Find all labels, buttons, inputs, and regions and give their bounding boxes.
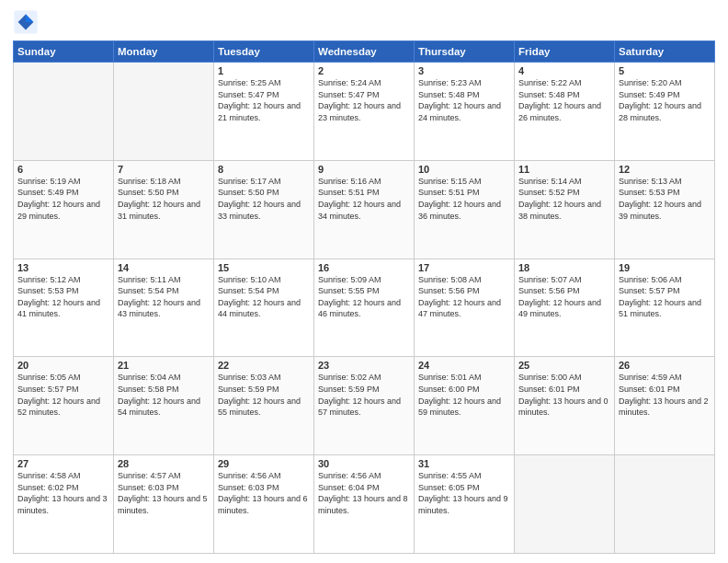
calendar-cell: 1Sunrise: 5:25 AMSunset: 5:47 PMDaylight… <box>214 63 314 161</box>
weekday-header-sunday: Sunday <box>14 41 114 63</box>
logo <box>13 9 42 35</box>
page: SundayMondayTuesdayWednesdayThursdayFrid… <box>0 0 728 563</box>
calendar-cell: 15Sunrise: 5:10 AMSunset: 5:54 PMDayligh… <box>214 259 314 357</box>
cell-info: Sunrise: 5:03 AMSunset: 5:59 PMDaylight:… <box>218 372 310 418</box>
calendar-cell: 6Sunrise: 5:19 AMSunset: 5:49 PMDaylight… <box>14 160 114 259</box>
calendar-cell: 28Sunrise: 4:57 AMSunset: 6:03 PMDayligh… <box>114 455 214 554</box>
calendar-cell: 5Sunrise: 5:20 AMSunset: 5:49 PMDaylight… <box>615 63 715 161</box>
day-number: 8 <box>218 164 310 175</box>
cell-info: Sunrise: 4:59 AMSunset: 6:01 PMDaylight:… <box>619 372 711 418</box>
cell-info: Sunrise: 5:01 AMSunset: 6:00 PMDaylight:… <box>418 372 510 418</box>
calendar-cell: 8Sunrise: 5:17 AMSunset: 5:50 PMDaylight… <box>214 160 314 259</box>
day-number: 4 <box>518 65 610 76</box>
cell-info: Sunrise: 5:16 AMSunset: 5:51 PMDaylight:… <box>318 176 410 222</box>
calendar-cell <box>615 455 715 554</box>
day-number: 7 <box>118 164 210 175</box>
cell-info: Sunrise: 5:24 AMSunset: 5:47 PMDaylight:… <box>318 77 410 123</box>
cell-info: Sunrise: 5:00 AMSunset: 6:01 PMDaylight:… <box>518 372 610 418</box>
weekday-header-thursday: Thursday <box>415 41 515 63</box>
day-number: 20 <box>17 360 109 371</box>
cell-info: Sunrise: 4:58 AMSunset: 6:02 PMDaylight:… <box>17 470 109 516</box>
calendar-cell: 2Sunrise: 5:24 AMSunset: 5:47 PMDaylight… <box>314 63 415 161</box>
calendar-cell: 29Sunrise: 4:56 AMSunset: 6:03 PMDayligh… <box>214 455 314 554</box>
cell-info: Sunrise: 5:09 AMSunset: 5:55 PMDaylight:… <box>318 274 410 320</box>
day-number: 6 <box>17 164 109 175</box>
calendar-cell <box>14 63 114 161</box>
calendar-cell: 12Sunrise: 5:13 AMSunset: 5:53 PMDayligh… <box>615 160 715 259</box>
cell-info: Sunrise: 5:18 AMSunset: 5:50 PMDaylight:… <box>118 176 210 222</box>
day-number: 31 <box>418 458 510 469</box>
cell-info: Sunrise: 5:20 AMSunset: 5:49 PMDaylight:… <box>619 77 711 123</box>
calendar-cell: 4Sunrise: 5:22 AMSunset: 5:48 PMDaylight… <box>515 63 615 161</box>
day-number: 14 <box>118 262 210 273</box>
cell-info: Sunrise: 5:14 AMSunset: 5:52 PMDaylight:… <box>518 176 610 222</box>
day-number: 10 <box>418 164 510 175</box>
day-number: 21 <box>118 360 210 371</box>
calendar-cell: 30Sunrise: 4:56 AMSunset: 6:04 PMDayligh… <box>314 455 415 554</box>
logo-icon <box>13 9 39 35</box>
calendar-cell: 10Sunrise: 5:15 AMSunset: 5:51 PMDayligh… <box>415 160 515 259</box>
cell-info: Sunrise: 5:12 AMSunset: 5:53 PMDaylight:… <box>17 274 109 320</box>
weekday-header-row: SundayMondayTuesdayWednesdayThursdayFrid… <box>14 41 715 63</box>
calendar-cell: 31Sunrise: 4:55 AMSunset: 6:05 PMDayligh… <box>415 455 515 554</box>
cell-info: Sunrise: 4:56 AMSunset: 6:03 PMDaylight:… <box>218 470 310 516</box>
cell-info: Sunrise: 5:17 AMSunset: 5:50 PMDaylight:… <box>218 176 310 222</box>
calendar-cell: 22Sunrise: 5:03 AMSunset: 5:59 PMDayligh… <box>214 357 314 455</box>
cell-info: Sunrise: 5:06 AMSunset: 5:57 PMDaylight:… <box>619 274 711 320</box>
day-number: 22 <box>218 360 310 371</box>
calendar-cell: 21Sunrise: 5:04 AMSunset: 5:58 PMDayligh… <box>114 357 214 455</box>
day-number: 18 <box>518 262 610 273</box>
calendar-cell: 18Sunrise: 5:07 AMSunset: 5:56 PMDayligh… <box>515 259 615 357</box>
day-number: 27 <box>17 458 109 469</box>
weekday-header-tuesday: Tuesday <box>214 41 314 63</box>
weekday-header-friday: Friday <box>515 41 615 63</box>
cell-info: Sunrise: 5:05 AMSunset: 5:57 PMDaylight:… <box>17 372 109 418</box>
calendar-cell: 20Sunrise: 5:05 AMSunset: 5:57 PMDayligh… <box>14 357 114 455</box>
day-number: 19 <box>619 262 711 273</box>
calendar-cell: 26Sunrise: 4:59 AMSunset: 6:01 PMDayligh… <box>615 357 715 455</box>
calendar-cell: 19Sunrise: 5:06 AMSunset: 5:57 PMDayligh… <box>615 259 715 357</box>
cell-info: Sunrise: 5:10 AMSunset: 5:54 PMDaylight:… <box>218 274 310 320</box>
weekday-header-monday: Monday <box>114 41 214 63</box>
day-number: 2 <box>318 65 410 76</box>
calendar-cell: 9Sunrise: 5:16 AMSunset: 5:51 PMDaylight… <box>314 160 415 259</box>
day-number: 9 <box>318 164 410 175</box>
cell-info: Sunrise: 5:22 AMSunset: 5:48 PMDaylight:… <box>518 77 610 123</box>
calendar-cell: 14Sunrise: 5:11 AMSunset: 5:54 PMDayligh… <box>114 259 214 357</box>
day-number: 13 <box>17 262 109 273</box>
calendar-cell <box>515 455 615 554</box>
calendar-cell: 25Sunrise: 5:00 AMSunset: 6:01 PMDayligh… <box>515 357 615 455</box>
day-number: 28 <box>118 458 210 469</box>
cell-info: Sunrise: 5:25 AMSunset: 5:47 PMDaylight:… <box>218 77 310 123</box>
day-number: 17 <box>418 262 510 273</box>
calendar-week-1: 1Sunrise: 5:25 AMSunset: 5:47 PMDaylight… <box>14 63 715 161</box>
weekday-header-saturday: Saturday <box>615 41 715 63</box>
cell-info: Sunrise: 4:55 AMSunset: 6:05 PMDaylight:… <box>418 470 510 516</box>
header <box>13 9 715 35</box>
cell-info: Sunrise: 5:23 AMSunset: 5:48 PMDaylight:… <box>418 77 510 123</box>
day-number: 11 <box>518 164 610 175</box>
day-number: 25 <box>518 360 610 371</box>
day-number: 24 <box>418 360 510 371</box>
cell-info: Sunrise: 5:02 AMSunset: 5:59 PMDaylight:… <box>318 372 410 418</box>
cell-info: Sunrise: 5:11 AMSunset: 5:54 PMDaylight:… <box>118 274 210 320</box>
day-number: 30 <box>318 458 410 469</box>
calendar-cell: 17Sunrise: 5:08 AMSunset: 5:56 PMDayligh… <box>415 259 515 357</box>
cell-info: Sunrise: 4:56 AMSunset: 6:04 PMDaylight:… <box>318 470 410 516</box>
calendar-cell: 7Sunrise: 5:18 AMSunset: 5:50 PMDaylight… <box>114 160 214 259</box>
day-number: 1 <box>218 65 310 76</box>
calendar-week-4: 20Sunrise: 5:05 AMSunset: 5:57 PMDayligh… <box>14 357 715 455</box>
calendar-cell: 27Sunrise: 4:58 AMSunset: 6:02 PMDayligh… <box>14 455 114 554</box>
calendar-table: SundayMondayTuesdayWednesdayThursdayFrid… <box>13 40 715 554</box>
calendar-cell <box>114 63 214 161</box>
day-number: 12 <box>619 164 711 175</box>
weekday-header-wednesday: Wednesday <box>314 41 415 63</box>
cell-info: Sunrise: 5:13 AMSunset: 5:53 PMDaylight:… <box>619 176 711 222</box>
day-number: 16 <box>318 262 410 273</box>
cell-info: Sunrise: 4:57 AMSunset: 6:03 PMDaylight:… <box>118 470 210 516</box>
calendar-week-5: 27Sunrise: 4:58 AMSunset: 6:02 PMDayligh… <box>14 455 715 554</box>
cell-info: Sunrise: 5:19 AMSunset: 5:49 PMDaylight:… <box>17 176 109 222</box>
day-number: 23 <box>318 360 410 371</box>
calendar-week-2: 6Sunrise: 5:19 AMSunset: 5:49 PMDaylight… <box>14 160 715 259</box>
calendar-cell: 3Sunrise: 5:23 AMSunset: 5:48 PMDaylight… <box>415 63 515 161</box>
